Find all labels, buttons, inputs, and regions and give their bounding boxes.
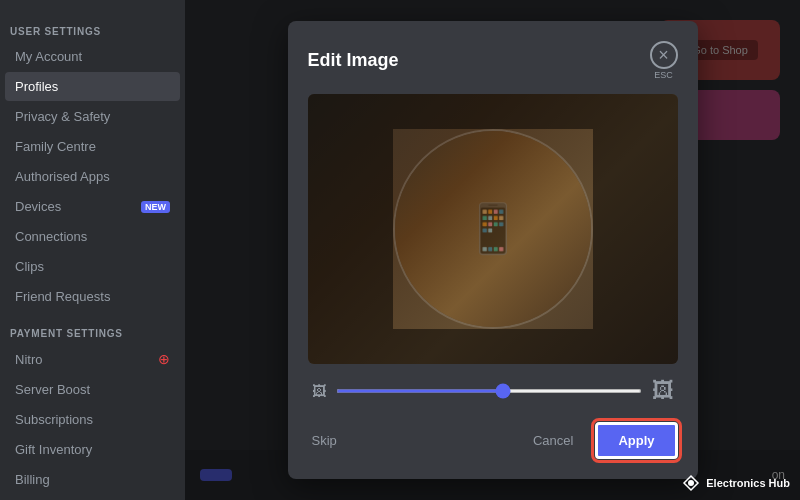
- edit-image-modal: Edit Image × ESC 📱: [288, 21, 698, 479]
- main-content: Go to Shop on Edit Image × ESC: [185, 0, 800, 500]
- sidebar-item-nitro[interactable]: Nitro ⊕: [5, 344, 180, 374]
- electronics-hub-logo: [682, 474, 700, 492]
- sidebar-item-family-centre[interactable]: Family Centre: [5, 132, 180, 161]
- sidebar-item-label: Authorised Apps: [15, 169, 110, 184]
- sidebar-item-clips[interactable]: Clips: [5, 252, 180, 281]
- phone-icon: 📱: [463, 201, 523, 257]
- circle-image-bg: 📱: [395, 131, 591, 327]
- close-wrapper: × ESC: [650, 41, 678, 80]
- overlay-top: [308, 94, 678, 129]
- sidebar-item-my-account[interactable]: My Account: [5, 42, 180, 71]
- sidebar-item-billing[interactable]: Billing: [5, 465, 180, 494]
- sidebar-item-label: Connections: [15, 229, 87, 244]
- skip-button[interactable]: Skip: [308, 425, 341, 456]
- sidebar-item-label: Server Boost: [15, 382, 90, 397]
- new-badge: NEW: [141, 201, 170, 213]
- sidebar-item-label: Family Centre: [15, 139, 96, 154]
- zoom-slider-row: 🖼 🖼: [308, 378, 678, 404]
- apply-button[interactable]: Apply: [595, 422, 677, 459]
- zoom-slider[interactable]: [336, 389, 642, 393]
- sidebar-item-label: Privacy & Safety: [15, 109, 110, 124]
- sidebar-section-payment-settings: PAYMENT SETTINGS: [0, 312, 185, 343]
- zoom-slider-container: [336, 381, 642, 401]
- sidebar-item-subscriptions[interactable]: Subscriptions: [5, 405, 180, 434]
- sidebar-item-label: Subscriptions: [15, 412, 93, 427]
- modal-footer: Skip Cancel Apply: [308, 418, 678, 459]
- sidebar-item-label: Profiles: [15, 79, 58, 94]
- nitro-icon: ⊕: [158, 351, 170, 367]
- sidebar-item-label: Nitro: [15, 352, 42, 367]
- sidebar-item-label: Clips: [15, 259, 44, 274]
- zoom-out-icon: 🖼: [312, 383, 326, 399]
- sidebar-section-app-settings: APP SETTINGS: [0, 495, 185, 500]
- overlay-right: [593, 129, 678, 329]
- brand-name: Electronics Hub: [706, 477, 790, 489]
- overlay-bottom: [308, 329, 678, 364]
- sidebar-item-friend-requests[interactable]: Friend Requests: [5, 282, 180, 311]
- image-preview-area: 📱: [308, 94, 678, 364]
- sidebar-item-devices[interactable]: Devices NEW: [5, 192, 180, 221]
- sidebar-item-authorised-apps[interactable]: Authorised Apps: [5, 162, 180, 191]
- sidebar-item-server-boost[interactable]: Server Boost: [5, 375, 180, 404]
- modal-title: Edit Image: [308, 50, 399, 71]
- zoom-in-icon: 🖼: [652, 378, 674, 404]
- modal-header: Edit Image × ESC: [308, 41, 678, 80]
- sidebar-item-label: My Account: [15, 49, 82, 64]
- footer-right-buttons: Cancel Apply: [521, 422, 678, 459]
- sidebar: USER SETTINGS My Account Profiles Privac…: [0, 0, 185, 500]
- sidebar-item-connections[interactable]: Connections: [5, 222, 180, 251]
- overlay-left: [308, 129, 393, 329]
- sidebar-item-label: Billing: [15, 472, 50, 487]
- sidebar-item-gift-inventory[interactable]: Gift Inventory: [5, 435, 180, 464]
- sidebar-section-user-settings: USER SETTINGS: [0, 10, 185, 41]
- sidebar-item-label: Gift Inventory: [15, 442, 92, 457]
- sidebar-item-privacy-safety[interactable]: Privacy & Safety: [5, 102, 180, 131]
- image-circle-preview: 📱: [393, 129, 593, 329]
- close-button[interactable]: ×: [650, 41, 678, 69]
- sidebar-item-label: Friend Requests: [15, 289, 110, 304]
- sidebar-item-profiles[interactable]: Profiles: [5, 72, 180, 101]
- svg-point-0: [688, 480, 694, 486]
- sidebar-item-label: Devices: [15, 199, 61, 214]
- branding: Electronics Hub: [682, 474, 790, 492]
- esc-label: ESC: [654, 70, 673, 80]
- cancel-button[interactable]: Cancel: [521, 425, 585, 456]
